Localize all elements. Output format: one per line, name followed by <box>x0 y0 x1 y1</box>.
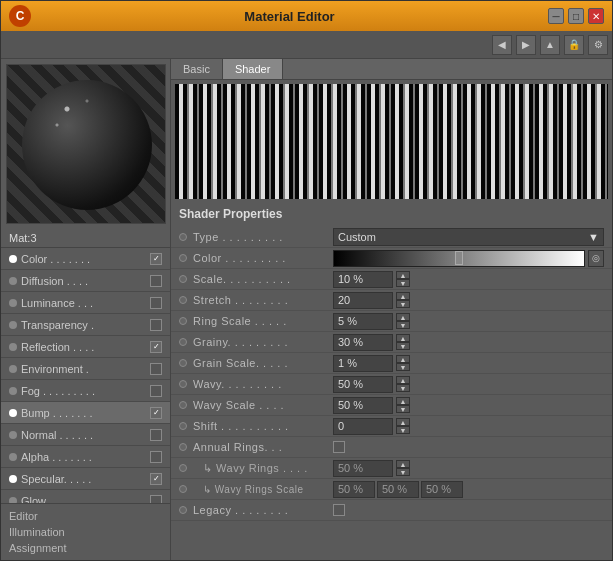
channel-alpha[interactable]: Alpha . . . . . . . <box>1 446 170 468</box>
tab-basic[interactable]: Basic <box>171 59 223 79</box>
material-preview <box>6 64 166 224</box>
channel-fog[interactable]: Fog . . . . . . . . . <box>1 380 170 402</box>
wavy-rings-scale-z-input[interactable] <box>421 481 463 498</box>
wavy-rings-row: ↳ Wavy Rings . . . . ▲ ▼ <box>171 458 612 479</box>
type-value: Custom <box>338 231 376 243</box>
type-dropdown[interactable]: Custom ▼ <box>333 228 604 246</box>
wavy-scale-input[interactable] <box>333 397 393 414</box>
wavy-rings-input[interactable] <box>333 460 393 477</box>
color-handle[interactable] <box>455 251 463 265</box>
wavy-rings-up-button[interactable]: ▲ <box>396 460 410 468</box>
shift-spinner: ▲ ▼ <box>396 418 410 434</box>
shader-preview <box>175 84 608 199</box>
prop-dot <box>179 317 187 325</box>
shift-row: Shift . . . . . . . . . . ▲ ▼ <box>171 416 612 437</box>
wavy-control: ▲ ▼ <box>333 376 604 393</box>
annual-rings-checkbox[interactable] <box>333 441 345 453</box>
triangle-up-icon[interactable]: ▲ <box>540 35 560 55</box>
scale-down-button[interactable]: ▼ <box>396 279 410 287</box>
grainy-up-button[interactable]: ▲ <box>396 334 410 342</box>
grainy-spinner: ▲ ▼ <box>396 334 410 350</box>
channel-specular[interactable]: Specular. . . . . ✓ <box>1 468 170 490</box>
channel-label: Specular. . . . . <box>21 473 150 485</box>
ring-scale-up-button[interactable]: ▲ <box>396 313 410 321</box>
shift-up-button[interactable]: ▲ <box>396 418 410 426</box>
wavy-scale-label: Wavy Scale . . . . <box>193 399 333 411</box>
annual-rings-row: Annual Rings. . . <box>171 437 612 458</box>
channel-label: Fog . . . . . . . . . <box>21 385 150 397</box>
prop-dot <box>179 296 187 304</box>
grain-scale-row: Grain Scale. . . . . ▲ ▼ <box>171 353 612 374</box>
assignment-link[interactable]: Assignment <box>9 540 162 556</box>
stretch-up-button[interactable]: ▲ <box>396 292 410 300</box>
channel-glow[interactable]: Glow. . . . . . . . <box>1 490 170 503</box>
grainy-input[interactable] <box>333 334 393 351</box>
channel-luminance[interactable]: Luminance . . . <box>1 292 170 314</box>
channel-checkbox[interactable] <box>150 297 162 309</box>
channel-color[interactable]: Color . . . . . . . ✓ <box>1 248 170 270</box>
legacy-row: Legacy . . . . . . . . <box>171 500 612 521</box>
grain-scale-up-button[interactable]: ▲ <box>396 355 410 363</box>
channel-checkbox[interactable] <box>150 275 162 287</box>
channel-normal[interactable]: Normal . . . . . . <box>1 424 170 446</box>
channel-checkbox[interactable] <box>150 363 162 375</box>
editor-link[interactable]: Editor <box>9 508 162 524</box>
wavy-spinner: ▲ ▼ <box>396 376 410 392</box>
window-title: Material Editor <box>31 9 548 24</box>
channel-checkbox[interactable]: ✓ <box>150 341 162 353</box>
channel-reflection[interactable]: Reflection . . . . ✓ <box>1 336 170 358</box>
scale-up-button[interactable]: ▲ <box>396 271 410 279</box>
channel-checkbox[interactable]: ✓ <box>150 253 162 265</box>
scale-input[interactable] <box>333 271 393 288</box>
channel-checkbox[interactable]: ✓ <box>150 473 162 485</box>
grain-scale-input[interactable] <box>333 355 393 372</box>
channel-transparency[interactable]: Transparency . <box>1 314 170 336</box>
channel-checkbox[interactable]: ✓ <box>150 407 162 419</box>
ring-scale-down-button[interactable]: ▼ <box>396 321 410 329</box>
close-button[interactable]: ✕ <box>588 8 604 24</box>
stretch-row: Stretch . . . . . . . . ▲ ▼ <box>171 290 612 311</box>
shift-input[interactable] <box>333 418 393 435</box>
ring-scale-row: Ring Scale . . . . . ▲ ▼ <box>171 311 612 332</box>
wavy-up-button[interactable]: ▲ <box>396 376 410 384</box>
minimize-button[interactable]: ─ <box>548 8 564 24</box>
channel-dot <box>9 321 17 329</box>
illumination-link[interactable]: Illumination <box>9 524 162 540</box>
channel-diffusion[interactable]: Diffusion . . . . <box>1 270 170 292</box>
wavy-label: Wavy. . . . . . . . . <box>193 378 333 390</box>
wavy-rings-down-button[interactable]: ▼ <box>396 468 410 476</box>
channel-environment[interactable]: Environment . <box>1 358 170 380</box>
eyedropper-icon[interactable]: ◎ <box>588 250 604 267</box>
shift-down-button[interactable]: ▼ <box>396 426 410 434</box>
stretch-input[interactable] <box>333 292 393 309</box>
arrow-left-button[interactable]: ◀ <box>492 35 512 55</box>
grain-scale-down-button[interactable]: ▼ <box>396 363 410 371</box>
tab-shader[interactable]: Shader <box>223 59 283 79</box>
color-gradient-bar[interactable] <box>333 250 585 267</box>
wavy-rings-scale-y-input[interactable] <box>377 481 419 498</box>
wavy-input[interactable] <box>333 376 393 393</box>
wavy-down-button[interactable]: ▼ <box>396 384 410 392</box>
wavy-rings-scale-x-input[interactable] <box>333 481 375 498</box>
maximize-button[interactable]: □ <box>568 8 584 24</box>
channel-checkbox[interactable] <box>150 495 162 504</box>
stretch-down-button[interactable]: ▼ <box>396 300 410 308</box>
bottom-links: Editor Illumination Assignment <box>1 503 170 560</box>
channel-checkbox[interactable] <box>150 319 162 331</box>
channel-checkbox[interactable] <box>150 429 162 441</box>
wavy-scale-row: Wavy Scale . . . . ▲ ▼ <box>171 395 612 416</box>
arrow-right-button[interactable]: ▶ <box>516 35 536 55</box>
wavy-row: Wavy. . . . . . . . . ▲ ▼ <box>171 374 612 395</box>
wavy-rings-spinner: ▲ ▼ <box>396 460 410 476</box>
wavy-scale-up-button[interactable]: ▲ <box>396 397 410 405</box>
settings-icon[interactable]: ⚙ <box>588 35 608 55</box>
grainy-down-button[interactable]: ▼ <box>396 342 410 350</box>
lock-icon[interactable]: 🔒 <box>564 35 584 55</box>
channel-checkbox[interactable] <box>150 385 162 397</box>
app-logo: C <box>9 5 31 27</box>
wavy-scale-down-button[interactable]: ▼ <box>396 405 410 413</box>
channel-checkbox[interactable] <box>150 451 162 463</box>
ring-scale-input[interactable] <box>333 313 393 330</box>
legacy-checkbox[interactable] <box>333 504 345 516</box>
channel-bump[interactable]: Bump . . . . . . . ✓ <box>1 402 170 424</box>
